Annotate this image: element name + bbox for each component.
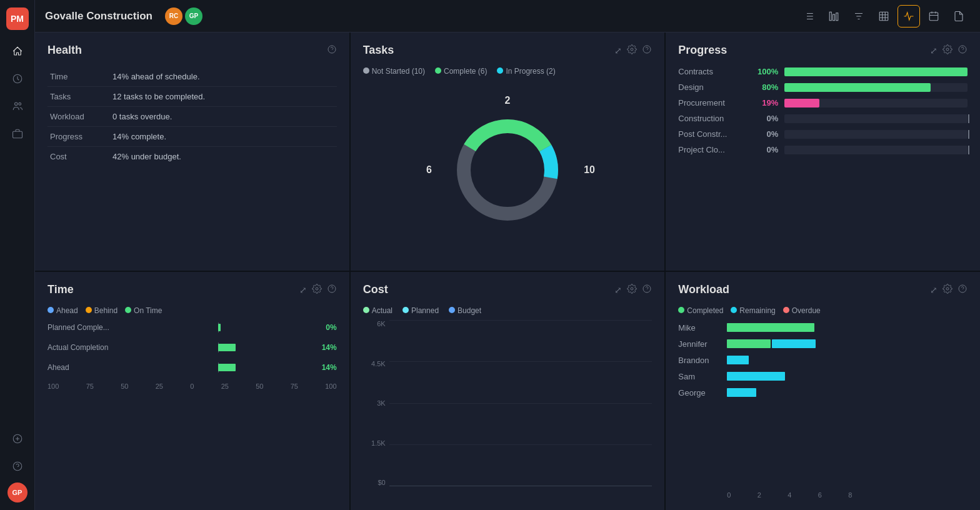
time-settings-icon[interactable] [312,284,322,296]
progress-panel-header: Progress ⤢ [678,44,968,57]
sidebar-help-button[interactable] [6,455,29,478]
post-construction-label: Post Constr... [678,129,747,139]
avatar-rc[interactable]: RC [165,8,182,25]
svg-rect-10 [929,12,938,21]
cost-bars-area [389,320,652,486]
calendar-view-button[interactable] [922,5,945,28]
health-row-tasks: Tasks 12 tasks to be completed. [48,87,337,107]
sidebar-add-button[interactable] [6,428,29,450]
contracts-pct: 100% [753,67,778,76]
time-row-ahead: Ahead 14% [48,362,337,372]
mike-bars [727,322,814,332]
svg-rect-3 [12,131,22,138]
actual-bar-area [128,342,309,352]
mike-completed-bar [727,323,814,332]
workload-settings-icon[interactable] [942,284,952,296]
workload-row-george: George [678,388,968,398]
donut-label-left: 6 [426,164,432,176]
list-view-button[interactable] [798,5,820,28]
page-title: Govalle Construction [45,10,152,22]
contracts-bar-fill [784,68,968,76]
svg-point-17 [946,48,949,51]
actual-pct: 14% [314,343,337,352]
jennifer-label: Jennifer [678,339,722,349]
health-panel: Health Time 14% ahead of schedule. Tasks… [35,32,349,271]
sam-label: Sam [678,372,722,381]
actual-label: Actual Completion [48,343,122,352]
tasks-legend: Not Started (10) Complete (6) In Progres… [363,67,652,76]
time-chart-area: Planned Comple... 0% Actual Completion [48,322,337,499]
svg-point-5 [13,462,22,471]
cost-help-icon[interactable] [642,284,652,296]
app-logo[interactable]: PM [6,8,29,30]
sidebar-item-home[interactable] [6,40,29,62]
procurement-bar-fill [784,99,819,108]
sidebar-item-portfolio[interactable] [6,122,29,145]
sam-remaining-bar [727,372,785,381]
health-value-cost: 42% under budget. [110,147,337,167]
actual-bar [218,344,236,351]
cost-chart: 6K 4.5K 3K 1.5K $0 [363,320,652,499]
toolbar [798,5,970,28]
tasks-settings-icon[interactable] [627,44,637,56]
health-actions [327,44,337,56]
progress-row-contracts: Contracts 100% [678,67,968,76]
cost-grid-3 [389,403,652,404]
construction-pct: 0% [753,114,778,123]
brandon-label: Brandon [678,356,722,365]
cost-settings-icon[interactable] [627,284,637,296]
design-bar [784,83,968,92]
time-expand-icon[interactable]: ⤢ [299,285,307,295]
brandon-bars [727,355,749,365]
contracts-bar [784,68,968,76]
sidebar-user-avatar[interactable]: GP [8,482,28,502]
time-legend-ahead: Ahead [48,306,78,315]
health-label-progress: Progress [48,127,110,147]
workload-help-icon[interactable] [958,284,968,296]
time-legend: Ahead Behind On Time [48,306,337,315]
table-view-button[interactable] [872,5,895,28]
health-label-cost: Cost [48,147,110,167]
cost-legend: Actual Planned Budget [363,306,652,315]
time-legend-behind: Behind [86,306,118,315]
avatar-gp[interactable]: GP [185,8,202,25]
progress-help-icon[interactable] [958,44,968,56]
legend-complete: Complete (6) [435,67,487,76]
time-title: Time [48,283,74,296]
time-row-planned: Planned Comple... 0% [48,322,337,332]
progress-actions: ⤢ [930,44,968,56]
cost-panel: Cost ⤢ Actual Planned Budget [351,272,665,510]
header-avatars: RC GP [165,8,202,25]
chart-view-button[interactable] [822,5,845,28]
ahead-pct: 14% [314,363,337,372]
workload-expand-icon[interactable]: ⤢ [930,285,938,295]
time-help-icon[interactable] [327,284,337,296]
filter-view-button[interactable] [848,5,870,28]
planned-bar [218,324,221,331]
post-construction-zero-marker [968,130,969,139]
health-label-tasks: Tasks [48,87,110,107]
planned-pct: 0% [314,323,337,332]
health-help-icon[interactable] [327,44,337,56]
svg-point-13 [643,46,651,53]
wl-legend-overdue: Overdue [783,306,821,315]
pulse-view-button[interactable] [898,5,920,28]
ahead-label: Ahead [48,363,122,372]
progress-settings-icon[interactable] [942,44,952,56]
sidebar-item-people[interactable] [6,95,29,118]
progress-row-construction: Construction 0% [678,114,968,123]
workload-chart: Mike Jennifer [678,322,968,499]
sam-bars [727,371,785,381]
wl-legend-completed: Completed [678,306,723,315]
post-construction-pct: 0% [753,129,778,139]
tasks-expand-icon[interactable]: ⤢ [614,46,622,56]
tasks-help-icon[interactable] [642,44,652,56]
wl-legend-remaining: Remaining [731,306,775,315]
health-table: Time 14% ahead of schedule. Tasks 12 tas… [48,67,337,166]
sidebar-item-history[interactable] [6,68,29,90]
cost-expand-icon[interactable]: ⤢ [614,285,622,295]
progress-expand-icon[interactable]: ⤢ [930,46,938,56]
donut-container: 6 10 2 [445,108,570,232]
svg-point-24 [959,285,966,292]
file-view-button[interactable] [948,5,970,28]
